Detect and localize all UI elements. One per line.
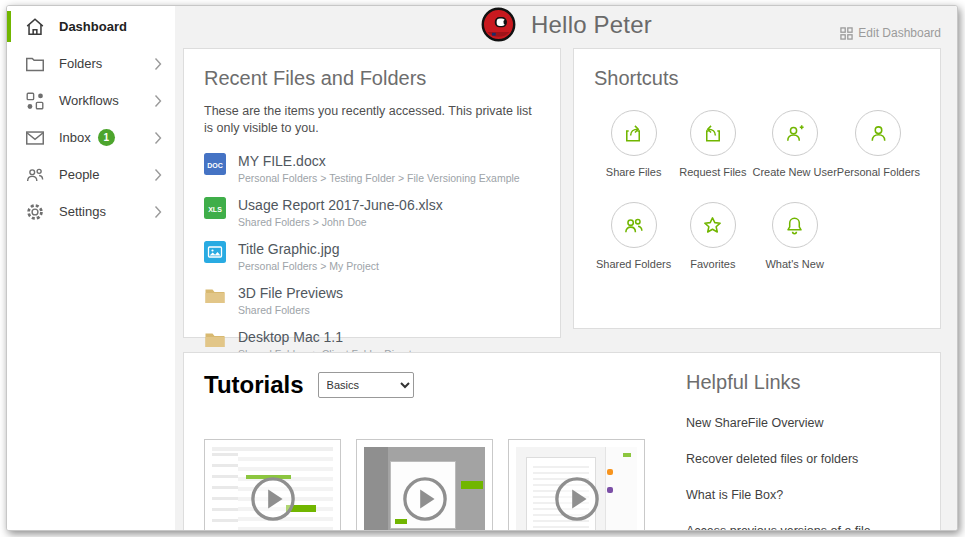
file-name[interactable]: Title Graphic.jpg — [238, 241, 379, 257]
sidebar-item-settings[interactable]: Settings — [7, 193, 175, 230]
sidebar-item-label: Workflows — [59, 93, 119, 108]
chevron-right-icon — [154, 57, 163, 71]
sidebar-item-people[interactable]: People — [7, 156, 175, 193]
tutorials-category-select[interactable]: Basics — [318, 372, 414, 398]
shortcut-whats-new[interactable]: What's New — [752, 202, 836, 270]
sidebar-item-label: Folders — [59, 56, 102, 71]
file-path: Personal Folders > Testing Folder > File… — [238, 172, 520, 184]
recent-files-title: Recent Files and Folders — [204, 67, 540, 90]
shortcut-label: What's New — [765, 258, 823, 270]
edit-dashboard-label: Edit Dashboard — [858, 26, 941, 40]
shortcut-request-files[interactable]: Request Files — [673, 110, 752, 178]
file-path: Shared Folders > John Doe — [238, 216, 443, 228]
app-window: Dashboard Folders Workfl — [6, 5, 958, 531]
shortcut-favorites[interactable]: Favorites — [673, 202, 752, 270]
file-path: Personal Folders > My Project — [238, 260, 379, 272]
sidebar-item-folders[interactable]: Folders — [7, 45, 175, 82]
user-plus-icon — [772, 110, 818, 156]
folder-icon — [204, 329, 226, 351]
tutorial-video-2[interactable]: 2:15 — [356, 439, 493, 530]
helpful-links-section: Helpful Links New ShareFile Overview Rec… — [678, 371, 920, 530]
file-name[interactable]: Usage Report 2017-June-06.xlsx — [238, 197, 443, 213]
edit-dashboard-button[interactable]: Edit Dashboard — [840, 26, 941, 40]
workflow-icon — [24, 90, 46, 112]
sidebar: Dashboard Folders Workfl — [7, 6, 175, 530]
shortcut-label: Personal Folders — [837, 166, 920, 178]
chevron-right-icon — [154, 205, 163, 219]
bell-icon — [772, 202, 818, 248]
tutorial-video-1[interactable]: 2:24 — [204, 439, 341, 530]
shortcut-personal-folders[interactable]: Personal Folders — [837, 110, 920, 178]
home-icon — [24, 16, 46, 38]
shortcut-label: Share Files — [606, 166, 662, 178]
sidebar-item-label: Inbox — [59, 130, 91, 145]
folder-icon — [204, 285, 226, 307]
sidebar-item-workflows[interactable]: Workflows — [7, 82, 175, 119]
doc-file-icon: DOC — [204, 153, 226, 175]
sidebar-item-dashboard[interactable]: Dashboard — [7, 8, 175, 45]
recent-file-row[interactable]: XLS Usage Report 2017-June-06.xlsx Share… — [204, 197, 540, 228]
shortcut-label: Favorites — [690, 258, 735, 270]
chevron-right-icon — [154, 131, 163, 145]
tutorials-title: Tutorials — [204, 371, 304, 399]
shortcuts-card: Shortcuts Share Files — [573, 48, 941, 329]
inbox-count-badge: 1 — [98, 129, 115, 146]
helpful-links-title: Helpful Links — [686, 371, 920, 394]
gear-icon — [24, 201, 46, 223]
users-icon — [611, 202, 657, 248]
helpful-link[interactable]: Recover deleted files or folders — [686, 452, 920, 466]
greeting-text: Hello Peter — [531, 11, 652, 39]
dashboard-header: Hello Peter Edit Dashboard — [175, 6, 957, 43]
recent-files-card: Recent Files and Folders These are the i… — [183, 48, 561, 338]
grid-icon — [840, 27, 853, 40]
recent-folder-row[interactable]: 3D File Previews Shared Folders — [204, 285, 540, 316]
xls-file-icon: XLS — [204, 197, 226, 219]
helpful-link[interactable]: New ShareFile Overview — [686, 416, 920, 430]
chevron-right-icon — [154, 168, 163, 182]
recent-file-row[interactable]: Title Graphic.jpg Personal Folders > My … — [204, 241, 540, 272]
shortcut-shared-folders[interactable]: Shared Folders — [594, 202, 673, 270]
envelope-icon — [24, 127, 46, 149]
request-icon — [690, 110, 736, 156]
recent-files-subtitle: These are the items you recently accesse… — [204, 103, 540, 137]
sidebar-item-label: Settings — [59, 204, 106, 219]
tutorial-video-3[interactable]: 1:32 — [508, 439, 645, 530]
sidebar-item-label: Dashboard — [59, 19, 127, 34]
doc-badge: DOC — [207, 161, 223, 168]
sidebar-item-inbox[interactable]: Inbox 1 — [7, 119, 175, 156]
user-avatar — [480, 6, 517, 43]
shortcut-share-files[interactable]: Share Files — [594, 110, 673, 178]
play-icon[interactable] — [554, 476, 600, 522]
star-icon — [690, 202, 736, 248]
file-name[interactable]: Desktop Mac 1.1 — [238, 329, 426, 345]
recent-file-row[interactable]: DOC MY FILE.docx Personal Folders > Test… — [204, 153, 540, 184]
xls-badge: XLS — [208, 205, 222, 212]
file-path: Shared Folders — [238, 304, 343, 316]
file-name[interactable]: MY FILE.docx — [238, 153, 520, 169]
image-file-icon — [204, 241, 226, 263]
play-icon[interactable] — [250, 476, 296, 522]
shortcut-label: Request Files — [679, 166, 746, 178]
main-content: Hello Peter Edit Dashboard Recent Files … — [175, 6, 957, 530]
shortcut-label: Create New User — [752, 166, 836, 178]
people-icon — [24, 164, 46, 186]
helpful-link[interactable]: Access previous versions of a file — [686, 524, 920, 530]
shortcuts-title: Shortcuts — [594, 67, 920, 90]
shortcut-create-new-user[interactable]: Create New User — [752, 110, 836, 178]
sidebar-item-label: People — [59, 167, 99, 182]
user-icon — [855, 110, 901, 156]
chevron-right-icon — [154, 94, 163, 108]
file-name[interactable]: 3D File Previews — [238, 285, 343, 301]
folder-icon — [24, 53, 46, 75]
play-icon[interactable] — [402, 476, 448, 522]
share-icon — [611, 110, 657, 156]
helpful-link[interactable]: What is File Box? — [686, 488, 920, 502]
shortcut-label: Shared Folders — [596, 258, 671, 270]
tutorials-panel: Tutorials Basics — [183, 352, 941, 530]
